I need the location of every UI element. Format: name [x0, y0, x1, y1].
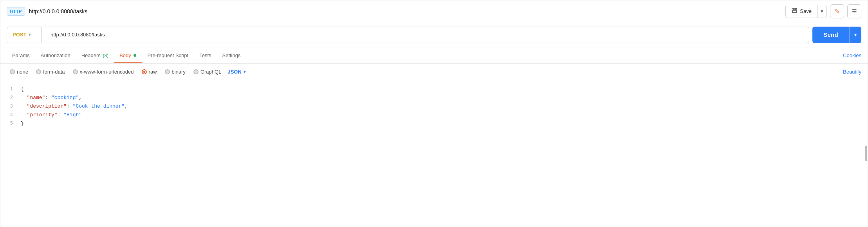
header-actions: Save ▾ ✎ ☰ [785, 4, 861, 18]
raw-radio-icon [142, 69, 147, 74]
comment-button[interactable]: ☰ [847, 4, 861, 18]
tab-params[interactable]: Params [7, 49, 35, 62]
save-button[interactable]: Save [786, 5, 817, 18]
headers-badge: (8) [103, 53, 108, 58]
tab-body-label: Body [119, 52, 131, 58]
tab-pre-request[interactable]: Pre-request Script [142, 49, 194, 62]
code-editor[interactable]: 1 2 3 4 5 { "name": "cooking", "descript… [0, 80, 868, 227]
url-bar: POST ▾ Send ▾ [0, 22, 868, 47]
tab-headers[interactable]: Headers (8) [76, 49, 114, 62]
tab-pre-request-label: Pre-request Script [147, 52, 188, 58]
code-line-1: { [21, 85, 863, 94]
line-num-3: 3 [7, 102, 13, 111]
send-button-group: Send ▾ [812, 27, 861, 43]
body-type-binary[interactable]: binary [162, 67, 189, 76]
body-type-bar: none form-data x-www-form-urlencoded raw… [0, 64, 868, 80]
send-dropdown-button[interactable]: ▾ [849, 27, 861, 43]
chevron-down-icon: ▾ [821, 8, 823, 14]
comment-icon: ☰ [852, 8, 857, 14]
none-label: none [17, 69, 28, 75]
send-button[interactable]: Send [812, 27, 849, 43]
line-numbers: 1 2 3 4 5 [0, 80, 16, 227]
tabs-bar: Params Authorization Headers (8) Body Pr… [0, 47, 868, 64]
scrollbar[interactable] [865, 146, 867, 161]
tab-params-label: Params [12, 52, 30, 58]
json-format-label: JSON [227, 69, 241, 75]
method-label: POST [13, 32, 26, 38]
none-radio-icon [10, 69, 15, 74]
tab-authorization[interactable]: Authorization [35, 49, 76, 62]
save-label: Save [800, 8, 812, 14]
tab-authorization-label: Authorization [41, 52, 70, 58]
svg-rect-1 [793, 8, 796, 10]
http-badge: HTTP [7, 7, 25, 16]
edit-icon: ✎ [835, 8, 840, 15]
header-bar: HTTP http://0.0.0.0:8080/tasks Save ▾ [0, 0, 868, 22]
body-type-form-data[interactable]: form-data [33, 67, 68, 76]
graphql-radio-icon [193, 69, 199, 74]
raw-label: raw [149, 69, 157, 75]
binary-label: binary [172, 69, 186, 75]
header-url-title: http://0.0.0.0:8080/tasks [29, 8, 786, 14]
tab-tests[interactable]: Tests [194, 49, 217, 62]
method-chevron-icon: ▾ [29, 32, 31, 37]
graphql-label: GraphQL [200, 69, 221, 75]
send-chevron-icon: ▾ [854, 32, 857, 38]
svg-rect-2 [792, 11, 796, 13]
urlencoded-label: x-www-form-urlencoded [80, 69, 134, 75]
code-line-3: "description": "Cook the dinner", [21, 102, 863, 111]
code-line-4: "priority": "High" [21, 111, 863, 119]
app-container: HTTP http://0.0.0.0:8080/tasks Save ▾ [0, 0, 868, 227]
cookies-link[interactable]: Cookies [843, 49, 861, 62]
edit-button[interactable]: ✎ [830, 4, 844, 18]
save-icon [791, 7, 798, 15]
url-input-wrapper [45, 27, 809, 43]
body-type-graphql[interactable]: GraphQL [190, 67, 224, 76]
line-num-4: 4 [7, 111, 13, 119]
binary-radio-icon [165, 69, 170, 74]
form-data-radio-icon [36, 69, 41, 74]
form-data-label: form-data [43, 69, 65, 75]
save-dropdown-button[interactable]: ▾ [817, 5, 826, 18]
tab-headers-label: Headers [81, 52, 101, 58]
code-content[interactable]: { "name": "cooking", "description": "Coo… [16, 80, 868, 227]
tab-tests-label: Tests [199, 52, 211, 58]
url-input[interactable] [51, 32, 803, 38]
code-line-5: } [21, 119, 863, 128]
tab-body[interactable]: Body [114, 49, 142, 62]
body-type-raw[interactable]: raw [139, 67, 160, 76]
tab-settings[interactable]: Settings [217, 49, 246, 62]
beautify-button[interactable]: Beautify [843, 69, 861, 75]
body-type-urlencoded[interactable]: x-www-form-urlencoded [70, 67, 137, 76]
save-button-group: Save ▾ [785, 5, 827, 18]
code-line-2: "name": "cooking", [21, 94, 863, 102]
line-num-5: 5 [7, 119, 13, 128]
json-format-selector[interactable]: JSON ▾ [227, 69, 245, 75]
body-type-none[interactable]: none [7, 67, 31, 76]
line-num-1: 1 [7, 85, 13, 94]
method-selector[interactable]: POST ▾ [7, 27, 42, 43]
urlencoded-radio-icon [73, 69, 78, 74]
body-active-dot [134, 54, 136, 57]
line-num-2: 2 [7, 94, 13, 102]
tab-settings-label: Settings [222, 52, 241, 58]
json-chevron-icon: ▾ [244, 69, 246, 74]
